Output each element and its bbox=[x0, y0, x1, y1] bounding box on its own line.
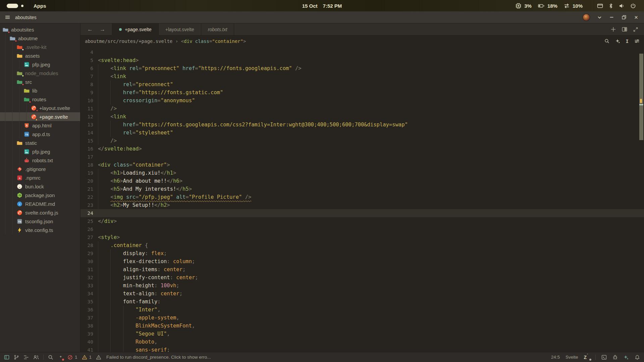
status-message[interactable]: Failed to run discord_presence. Click to… bbox=[106, 355, 211, 360]
file-tree-item-assets[interactable]: assets bbox=[0, 51, 80, 60]
file-tree-item-.npmrc[interactable]: n.npmrc bbox=[0, 173, 80, 182]
code-line-25[interactable]: 25</div> bbox=[80, 217, 644, 225]
tab-+layout.svelte[interactable]: +layout.svelte bbox=[159, 23, 201, 35]
code-line-41[interactable]: 41 sans-serif; bbox=[80, 346, 644, 352]
collab-panel-icon[interactable] bbox=[33, 355, 39, 360]
code-line-24[interactable]: 24 bbox=[80, 209, 644, 217]
cursor-position[interactable]: 24:5 bbox=[551, 355, 560, 360]
bluetooth-icon[interactable] bbox=[609, 3, 613, 9]
terminal-panel-icon[interactable] bbox=[601, 355, 607, 360]
code-line-6[interactable]: 6 <link rel="preconnect" href="https://f… bbox=[80, 64, 644, 72]
file-tree-item-aboutme[interactable]: ●aboutme bbox=[0, 34, 80, 43]
code-line-40[interactable]: 40 Roboto, bbox=[80, 338, 644, 346]
file-tree-item-package.json[interactable]: JSpackage.json bbox=[0, 191, 80, 199]
code-line-26[interactable]: 26 bbox=[80, 225, 644, 233]
file-tree-item-pfp.jpeg[interactable]: pfp.jpeg bbox=[0, 147, 80, 156]
code-line-23[interactable]: 23 <h2>My Setup!!</h2> bbox=[80, 201, 644, 209]
code-line-5[interactable]: 5<svelte:head> bbox=[80, 56, 644, 64]
code-line-39[interactable]: 39 "Segoe UI", bbox=[80, 330, 644, 338]
code-line-16[interactable]: 16</svelte:head> bbox=[80, 145, 644, 153]
inline-assist-icon[interactable] bbox=[615, 39, 620, 44]
file-tree-item-node_modules[interactable]: ●node_modules bbox=[0, 69, 80, 77]
file-tree-item-static[interactable]: static bbox=[0, 138, 80, 147]
code-line-11[interactable]: 11 /> bbox=[80, 105, 644, 113]
code-line-38[interactable]: 38 BlinkMacSystemFont, bbox=[80, 322, 644, 330]
code-line-21[interactable]: 21 <h5>And My interests!</h5> bbox=[80, 185, 644, 193]
code-line-14[interactable]: 14 rel="stylesheet" bbox=[80, 129, 644, 137]
code-line-30[interactable]: 30 flex-direction: column; bbox=[80, 257, 644, 265]
network-percent[interactable]: 10% bbox=[573, 3, 583, 9]
code-line-37[interactable]: 37 -apple-system, bbox=[80, 314, 644, 322]
error-count-icon[interactable] bbox=[67, 355, 73, 360]
battery-percent[interactable]: 18% bbox=[547, 3, 557, 9]
language-selector[interactable]: Svelte bbox=[566, 355, 578, 360]
breadcrumb[interactable]: aboutme/src/routes/+page.svelte › <div c… bbox=[85, 39, 246, 44]
project-panel-toggle-icon[interactable] bbox=[4, 355, 9, 360]
file-tree-item-.svelte-kit[interactable]: ●.svelte-kit bbox=[0, 43, 80, 51]
notifications-bell-icon[interactable] bbox=[635, 355, 640, 360]
code-line-15[interactable]: 15 /> bbox=[80, 137, 644, 145]
file-tree-item-app.d.ts[interactable]: TSapp.d.ts bbox=[0, 130, 80, 138]
chevron-down-icon[interactable] bbox=[598, 16, 601, 19]
split-pane-icon[interactable] bbox=[622, 27, 627, 32]
assistant-icon[interactable] bbox=[58, 355, 63, 360]
editor-scrollbar[interactable] bbox=[639, 47, 644, 352]
language-server-warning-icon[interactable] bbox=[96, 355, 101, 360]
warning-count[interactable]: 1 bbox=[89, 355, 92, 360]
git-branch-icon[interactable] bbox=[14, 355, 19, 360]
code-line-20[interactable]: 20 <h6>And about me!!</h6> bbox=[80, 177, 644, 185]
file-tree-item-lib[interactable]: lib bbox=[0, 86, 80, 95]
code-line-33[interactable]: 33 min-height: 100vh; bbox=[80, 282, 644, 290]
debug-panel-icon[interactable] bbox=[612, 355, 618, 360]
tab-robots.txt[interactable]: robots.txt bbox=[201, 23, 234, 35]
expand-icon[interactable] bbox=[633, 27, 638, 32]
code-line-7[interactable]: 7 <link bbox=[80, 72, 644, 80]
code-line-34[interactable]: 34 text-align: center; bbox=[80, 290, 644, 298]
file-tree-item-+layout.svelte[interactable]: ×+layout.svelte bbox=[0, 104, 80, 112]
tab-+page.svelte[interactable]: +page.svelte bbox=[112, 23, 159, 35]
code-line-8[interactable]: 8 rel="preconnect" bbox=[80, 80, 644, 88]
file-tree-item-aboutsites[interactable]: ●aboutsites bbox=[0, 25, 80, 34]
user-avatar[interactable] bbox=[583, 14, 590, 21]
app-menu-icon[interactable] bbox=[5, 14, 10, 20]
cursor-mode-icon[interactable]: I bbox=[626, 39, 629, 44]
file-tree-item-tsconfig.json[interactable]: TStsconfig.json bbox=[0, 217, 80, 226]
power-icon[interactable] bbox=[630, 3, 636, 9]
code-line-29[interactable]: 29 display: flex; bbox=[80, 249, 644, 257]
code-line-12[interactable]: 12 <link bbox=[80, 113, 644, 121]
code-line-18[interactable]: 18<div class="container"> bbox=[80, 161, 644, 169]
code-line-22[interactable]: 22 <img src="/pfp.jpeg" alt="Profile Pic… bbox=[80, 193, 644, 201]
file-tree-item-bun.lock[interactable]: ᴗbun.lock bbox=[0, 182, 80, 191]
code-line-36[interactable]: 36 "Inter", bbox=[80, 306, 644, 314]
code-line-17[interactable]: 17 bbox=[80, 153, 644, 161]
file-tree-item-src[interactable]: ●src bbox=[0, 77, 80, 86]
cpu-percent[interactable]: 3% bbox=[524, 3, 532, 9]
volume-icon[interactable] bbox=[619, 3, 625, 9]
file-tree-item-+page.svelte[interactable]: ▲+page.svelte bbox=[0, 112, 80, 121]
file-tree-item-README.md[interactable]: iREADME.md bbox=[0, 199, 80, 208]
edit-prediction-icon[interactable]: Zˆ bbox=[584, 354, 590, 360]
code-line-4[interactable]: 4 bbox=[80, 48, 644, 56]
error-count[interactable]: 1 bbox=[75, 355, 77, 360]
file-tree-item-pfp.jpeg[interactable]: pfp.jpeg bbox=[0, 60, 80, 69]
restore-button[interactable] bbox=[622, 15, 626, 19]
code-editor[interactable]: 45<svelte:head>6 <link rel="preconnect" … bbox=[80, 47, 644, 352]
code-line-31[interactable]: 31 align-items: center; bbox=[80, 265, 644, 274]
scrollbar-thumb[interactable] bbox=[639, 54, 643, 140]
clock-button[interactable]: 15 Oct 7:52 PM bbox=[302, 3, 342, 9]
file-tree-item-svelte.config.js[interactable]: svelte.config.js bbox=[0, 208, 80, 217]
workspace-pill[interactable] bbox=[7, 4, 18, 8]
agent-panel-icon[interactable] bbox=[624, 355, 629, 360]
project-name-button[interactable]: aboutsites bbox=[15, 15, 37, 20]
code-line-35[interactable]: 35 font-family: bbox=[80, 298, 644, 306]
nav-back-icon[interactable]: ← bbox=[87, 26, 93, 33]
editor-controls-icon[interactable] bbox=[634, 39, 640, 44]
buffer-search-icon[interactable] bbox=[604, 39, 609, 44]
file-tree-item-routes[interactable]: ●routes bbox=[0, 95, 80, 104]
code-line-19[interactable]: 19 <h1>Loading.xiu!</h1> bbox=[80, 169, 644, 177]
file-tree-item-.gitignore[interactable]: .gitignore bbox=[0, 165, 80, 173]
code-line-10[interactable]: 10 crossorigin="anonymous" bbox=[80, 97, 644, 105]
display-icon[interactable] bbox=[597, 3, 603, 9]
code-line-28[interactable]: 28 .container { bbox=[80, 241, 644, 249]
code-line-9[interactable]: 9 href="https://fonts.gstatic.com" bbox=[80, 88, 644, 97]
